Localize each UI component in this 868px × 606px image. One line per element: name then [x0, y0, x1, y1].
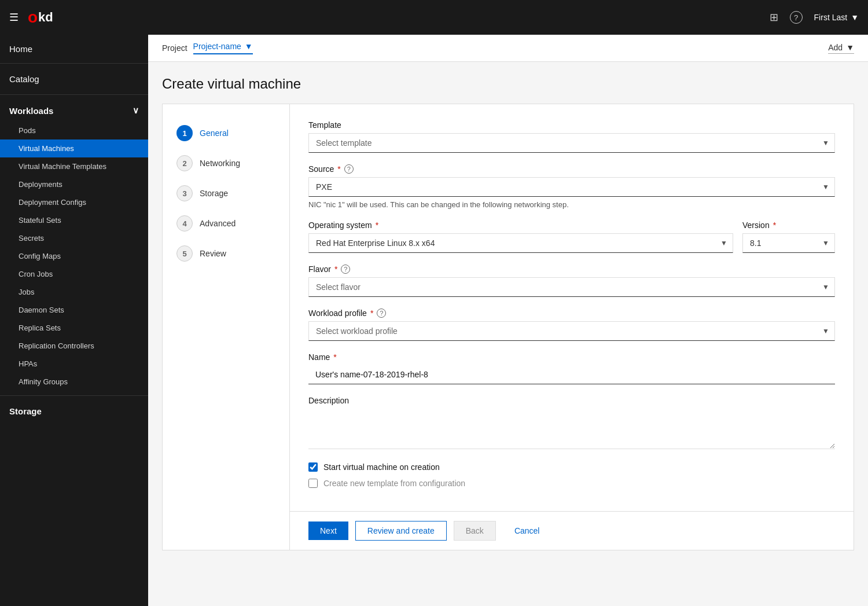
sidebar-item-deployment-configs[interactable]: Deployment Configs [0, 193, 148, 211]
start-vm-checkbox-row: Start virtual machine on creation [308, 462, 835, 472]
source-field: Source * ? PXE ▼ NIC "nic 1" will be use… [308, 164, 835, 209]
next-button[interactable]: Next [308, 521, 348, 540]
create-template-checkbox[interactable] [308, 479, 318, 488]
help-icon[interactable]: ? [790, 11, 803, 24]
os-required: * [376, 221, 378, 230]
sidebar-item-secrets[interactable]: Secrets [0, 229, 148, 247]
step-1-label: General [200, 128, 229, 138]
sidebar-item-catalog[interactable]: Catalog [0, 66, 148, 92]
add-button[interactable]: Add ▼ [828, 43, 854, 54]
main-layout: Home Catalog Workloads ∨ Pods Virtual Ma… [0, 35, 868, 606]
sidebar: Home Catalog Workloads ∨ Pods Virtual Ma… [0, 35, 148, 606]
step-1-number: 1 [176, 125, 193, 141]
step-4-label: Advanced [200, 219, 236, 228]
workload-select-wrapper: Select workload profile ▼ [308, 321, 835, 341]
sidebar-item-hpas[interactable]: HPAs [0, 355, 148, 373]
step-3-number: 3 [176, 185, 193, 201]
os-row: Operating system * Red Hat Enterprise Li… [308, 221, 835, 253]
user-menu[interactable]: First Last ▼ [814, 13, 859, 22]
sidebar-item-daemon-sets[interactable]: Daemon Sets [0, 301, 148, 319]
step-5-number: 5 [176, 245, 193, 262]
cancel-button[interactable]: Cancel [503, 521, 551, 540]
os-select[interactable]: Red Hat Enterprise Linux 8.x x64 [308, 233, 733, 253]
sidebar-item-replication-controllers[interactable]: Replication Controllers [0, 337, 148, 355]
add-caret-icon: ▼ [846, 43, 854, 52]
description-textarea[interactable] [308, 409, 835, 449]
sidebar-workloads-header[interactable]: Workloads ∨ [0, 97, 148, 122]
source-info-text: NIC "nic 1" will be used. This can be ch… [308, 200, 835, 209]
step-1-general[interactable]: 1 General [163, 118, 289, 148]
workload-select[interactable]: Select workload profile [308, 321, 835, 341]
sidebar-item-jobs[interactable]: Jobs [0, 283, 148, 301]
flavor-select-wrapper: Select flavor ▼ [308, 277, 835, 297]
step-5-review[interactable]: 5 Review [163, 238, 289, 269]
project-caret-icon: ▼ [245, 42, 253, 51]
user-name: First Last [814, 13, 848, 22]
sidebar-item-virtual-machine-templates[interactable]: Virtual Machine Templates [0, 157, 148, 175]
template-field: Template Select template ▼ [308, 120, 835, 153]
workload-help-icon[interactable]: ? [377, 308, 386, 318]
review-create-button[interactable]: Review and create [355, 521, 447, 541]
source-help-icon[interactable]: ? [344, 164, 354, 174]
source-select[interactable]: PXE [308, 177, 835, 197]
back-button: Back [454, 521, 496, 541]
step-4-number: 4 [176, 215, 193, 232]
workload-field: Workload profile * ? Select workload pro… [308, 308, 835, 341]
sidebar-item-config-maps[interactable]: Config Maps [0, 247, 148, 265]
template-select-wrapper: Select template ▼ [308, 133, 835, 153]
topnav-icons: ⊞ ? First Last ▼ [770, 11, 859, 24]
step-4-advanced[interactable]: 4 Advanced [163, 208, 289, 238]
sidebar-item-stateful-sets[interactable]: Stateful Sets [0, 211, 148, 229]
sidebar-item-replica-sets[interactable]: Replica Sets [0, 319, 148, 337]
step-5-label: Review [200, 249, 226, 258]
sidebar-item-affinity-groups[interactable]: Affinity Groups [0, 373, 148, 391]
step-2-networking[interactable]: 2 Networking [163, 148, 289, 178]
project-label: Project [162, 43, 187, 53]
sidebar-item-cron-jobs[interactable]: Cron Jobs [0, 265, 148, 283]
sidebar-storage-header[interactable]: Storage [0, 398, 148, 422]
logo: o kd [28, 8, 53, 27]
grid-icon[interactable]: ⊞ [770, 11, 778, 24]
os-field: Operating system * Red Hat Enterprise Li… [308, 221, 733, 253]
sidebar-item-pods[interactable]: Pods [0, 122, 148, 139]
step-3-storage[interactable]: 3 Storage [163, 178, 289, 208]
flavor-help-icon[interactable]: ? [341, 265, 350, 274]
flavor-required: * [334, 265, 337, 274]
project-dropdown[interactable]: Project-name ▼ [193, 42, 253, 54]
create-template-label[interactable]: Create new template from configuration [323, 479, 465, 488]
version-label: Version * [742, 221, 835, 230]
wizard-form: Template Select template ▼ [290, 104, 854, 511]
template-label: Template [308, 120, 835, 130]
sidebar-item-deployments[interactable]: Deployments [0, 175, 148, 193]
start-vm-checkbox[interactable] [308, 462, 318, 472]
step-2-number: 2 [176, 155, 193, 171]
wizard-right: Template Select template ▼ [290, 104, 854, 550]
step-2-label: Networking [200, 159, 240, 168]
page-content: Create virtual machine 1 General 2 [148, 62, 868, 606]
sidebar-item-virtual-machines[interactable]: Virtual Machines [0, 139, 148, 157]
version-select-wrapper: 8.1 ▼ [742, 233, 835, 253]
version-required: * [773, 221, 776, 230]
os-label: Operating system * [308, 221, 733, 230]
version-field: Version * 8.1 ▼ [742, 221, 835, 253]
add-label: Add [828, 43, 843, 52]
source-required: * [337, 164, 340, 174]
version-select[interactable]: 8.1 [742, 233, 835, 253]
top-navigation: ☰ o kd ⊞ ? First Last ▼ [0, 0, 868, 35]
start-vm-label[interactable]: Start virtual machine on creation [323, 462, 440, 472]
hamburger-menu-icon[interactable]: ☰ [9, 11, 19, 24]
user-caret-icon: ▼ [851, 13, 859, 22]
logo-o: o [28, 8, 38, 27]
source-select-wrapper: PXE ▼ [308, 177, 835, 197]
workload-label: Workload profile * ? [308, 308, 835, 318]
create-template-checkbox-row: Create new template from configuration [308, 479, 835, 488]
template-select[interactable]: Select template [308, 133, 835, 153]
sidebar-item-home[interactable]: Home [0, 35, 148, 61]
flavor-select[interactable]: Select flavor [308, 277, 835, 297]
page-title: Create virtual machine [162, 76, 854, 92]
source-label: Source * ? [308, 164, 835, 174]
step-3-label: Storage [200, 189, 228, 198]
logo-kd: kd [38, 10, 53, 25]
content-area: Project Project-name ▼ Add ▼ Create virt… [148, 35, 868, 606]
name-input[interactable] [308, 365, 835, 384]
